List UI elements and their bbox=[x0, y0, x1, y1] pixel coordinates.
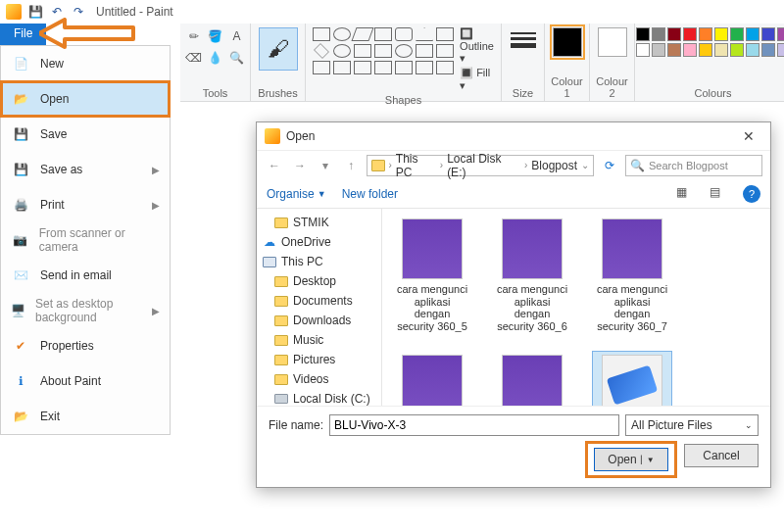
menu-saveas-label: Save as bbox=[40, 163, 82, 176]
menu-new[interactable]: 📄New bbox=[1, 46, 170, 81]
menu-print[interactable]: 🖨️Print▶ bbox=[1, 187, 170, 222]
group-brushes: 🖌 Brushes bbox=[251, 24, 306, 101]
qat-save-icon[interactable]: 💾 bbox=[27, 4, 43, 20]
palette-swatch[interactable] bbox=[699, 27, 712, 41]
shapes-gallery[interactable] bbox=[313, 27, 454, 74]
file-item[interactable]: cara mengunci aplikasi dengan security 3… bbox=[492, 351, 572, 406]
menu-desktop-bg[interactable]: 🖥️Set as desktop background▶ bbox=[1, 293, 170, 328]
palette-swatch[interactable] bbox=[636, 43, 650, 57]
ribbon: ✏ 🪣 A ⌫ 💧 🔍 Tools 🖌 Brushes 🔲 Outline ▾ … bbox=[180, 24, 784, 102]
palette-swatch[interactable] bbox=[730, 27, 744, 41]
file-item[interactable]: cara mengunci aplikasi dengan security 3… bbox=[592, 215, 672, 337]
file-type-filter[interactable]: All Picture Files⌄ bbox=[625, 414, 759, 436]
file-name-label: cara mengunci aplikasi dengan security 3… bbox=[596, 283, 668, 333]
new-folder-button[interactable]: New folder bbox=[342, 187, 398, 201]
help-icon[interactable]: ? bbox=[743, 185, 760, 203]
organise-dropdown[interactable]: Organise ▼ bbox=[267, 187, 326, 201]
group-colour2: Colour 2 bbox=[590, 24, 635, 101]
text-icon[interactable]: A bbox=[228, 27, 246, 45]
group-colours-label: Colours bbox=[695, 87, 732, 99]
nav-forward-icon[interactable]: → bbox=[290, 156, 310, 175]
eraser-icon[interactable]: ⌫ bbox=[185, 49, 203, 67]
dialog-body: STMIK☁OneDriveThis PCDesktopDocumentsDow… bbox=[257, 209, 770, 406]
group-brushes-label: Brushes bbox=[258, 87, 297, 99]
colour-1-swatch[interactable] bbox=[553, 27, 582, 57]
nav-recent-icon[interactable]: ▾ bbox=[316, 156, 335, 175]
desktop-icon: 🖥️ bbox=[11, 301, 25, 320]
menu-save-as[interactable]: 💾Save as▶ bbox=[1, 152, 170, 187]
picker-icon[interactable]: 💧 bbox=[207, 49, 224, 67]
breadcrumb-1[interactable]: Local Disk (E:) bbox=[447, 152, 520, 179]
folder-icon bbox=[274, 372, 288, 386]
close-icon[interactable]: ✕ bbox=[735, 126, 762, 146]
preview-pane-icon[interactable]: ▤ bbox=[710, 185, 727, 203]
nav-node[interactable]: Desktop bbox=[257, 271, 381, 291]
breadcrumb-0[interactable]: This PC bbox=[396, 152, 436, 179]
palette-swatch[interactable] bbox=[683, 43, 697, 57]
palette-swatch[interactable] bbox=[714, 43, 728, 57]
nav-node[interactable]: This PC bbox=[257, 252, 381, 271]
palette-swatch[interactable] bbox=[761, 43, 775, 57]
refresh-icon[interactable]: ⟳ bbox=[600, 156, 619, 175]
fill-dropdown[interactable]: 🔳 Fill ▾ bbox=[460, 67, 494, 92]
palette-swatch[interactable] bbox=[761, 27, 775, 41]
nav-node[interactable]: Local Disk (C:) bbox=[257, 389, 381, 406]
file-item[interactable]: cara mengunci aplikasi dengan security 3… bbox=[392, 215, 472, 337]
nav-node[interactable]: Music bbox=[257, 330, 381, 350]
zoom-icon[interactable]: 🔍 bbox=[228, 49, 246, 67]
menu-properties[interactable]: ✔Properties bbox=[1, 328, 170, 363]
palette-swatch[interactable] bbox=[636, 27, 650, 41]
menu-open[interactable]: 📂Open bbox=[1, 81, 170, 117]
outline-dropdown[interactable]: 🔲 Outline ▾ bbox=[460, 27, 494, 65]
palette-swatch[interactable] bbox=[730, 43, 744, 57]
qat-undo-icon[interactable]: ↶ bbox=[49, 4, 65, 20]
file-item[interactable]: cara mengunci aplikasi dengan security 3… bbox=[392, 351, 472, 406]
menu-email[interactable]: ✉️Send in email bbox=[1, 258, 170, 293]
colour-palette[interactable] bbox=[636, 27, 785, 57]
palette-swatch[interactable] bbox=[683, 27, 697, 41]
palette-swatch[interactable] bbox=[746, 27, 760, 41]
brushes-button[interactable]: 🖌 bbox=[259, 27, 298, 71]
address-bar[interactable]: › This PC › Local Disk (E:) › Blogpost ⌄ bbox=[367, 155, 594, 176]
open-button[interactable]: Open ▏▼ bbox=[594, 448, 668, 471]
palette-swatch[interactable] bbox=[667, 27, 681, 41]
size-dropdown[interactable] bbox=[506, 27, 541, 53]
menu-save[interactable]: 💾Save bbox=[1, 117, 170, 152]
file-item[interactable]: cara mengunci aplikasi dengan security 3… bbox=[492, 215, 572, 337]
palette-swatch[interactable] bbox=[652, 27, 665, 41]
nav-node[interactable]: Pictures bbox=[257, 350, 381, 369]
nav-node[interactable]: ☁OneDrive bbox=[257, 232, 381, 252]
menu-exit[interactable]: 📂Exit bbox=[1, 399, 170, 434]
chevron-down-icon[interactable]: ⌄ bbox=[581, 160, 589, 170]
file-thumbnail bbox=[402, 355, 463, 406]
view-thumbnails-icon[interactable]: ▦ bbox=[676, 185, 694, 203]
nav-back-icon[interactable]: ← bbox=[265, 156, 284, 175]
file-item[interactable]: BLU-Vivo-X-3 bbox=[592, 351, 672, 406]
menu-open-label: Open bbox=[40, 92, 69, 106]
palette-swatch[interactable] bbox=[746, 43, 760, 57]
palette-swatch[interactable] bbox=[699, 43, 712, 57]
filename-input[interactable] bbox=[329, 414, 619, 436]
menu-about[interactable]: ℹAbout Paint bbox=[1, 363, 170, 399]
pencil-icon[interactable]: ✏ bbox=[185, 27, 203, 45]
palette-swatch[interactable] bbox=[777, 27, 785, 41]
cancel-button[interactable]: Cancel bbox=[684, 444, 759, 467]
nav-node[interactable]: Documents bbox=[257, 291, 381, 311]
bucket-icon[interactable]: 🪣 bbox=[207, 27, 224, 45]
group-colours: Colours bbox=[635, 24, 784, 101]
palette-swatch[interactable] bbox=[652, 43, 665, 57]
palette-swatch[interactable] bbox=[777, 43, 785, 57]
menu-scanner[interactable]: 📷From scanner or camera bbox=[1, 222, 170, 258]
nav-node[interactable]: STMIK bbox=[257, 213, 381, 232]
folder-icon bbox=[371, 160, 385, 171]
breadcrumb-2[interactable]: Blogpost bbox=[531, 159, 577, 172]
palette-swatch[interactable] bbox=[714, 27, 728, 41]
search-input[interactable]: 🔍 Search Blogpost bbox=[625, 155, 762, 176]
palette-swatch[interactable] bbox=[667, 43, 681, 57]
colour-2-swatch[interactable] bbox=[598, 27, 627, 57]
nav-up-icon[interactable]: ↑ bbox=[341, 156, 361, 175]
nav-node[interactable]: Videos bbox=[257, 369, 381, 389]
nav-node[interactable]: Downloads bbox=[257, 311, 381, 330]
qat-redo-icon[interactable]: ↷ bbox=[71, 4, 86, 20]
file-tab[interactable]: File bbox=[0, 24, 46, 45]
